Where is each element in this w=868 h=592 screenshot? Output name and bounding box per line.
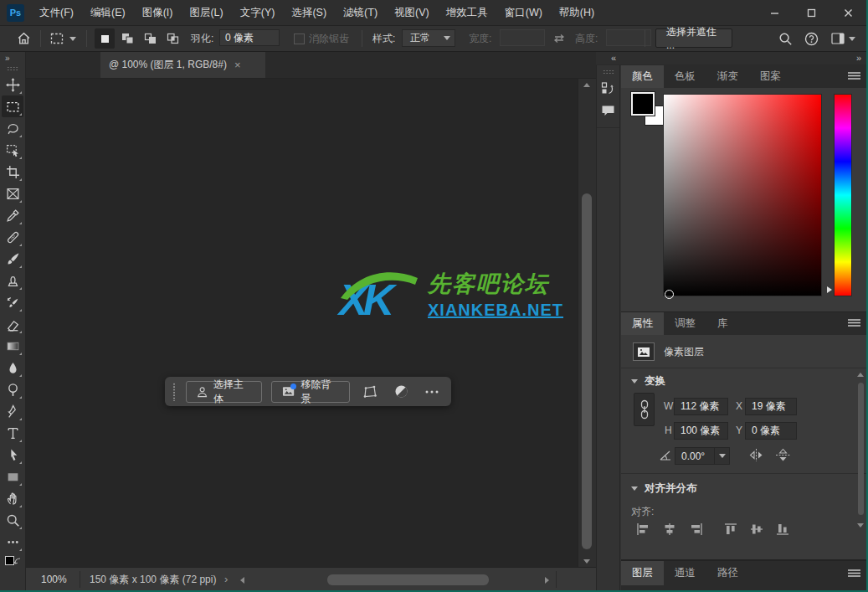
y-value-input[interactable] bbox=[745, 422, 797, 440]
tool-dodge[interactable] bbox=[2, 378, 23, 400]
tab-channels[interactable]: 通道 bbox=[664, 561, 706, 585]
swap-width-height-icon[interactable] bbox=[552, 33, 566, 44]
feather-input[interactable] bbox=[219, 29, 280, 46]
tool-rectangular-marquee[interactable] bbox=[2, 95, 23, 117]
taskbar-drag-handle[interactable] bbox=[172, 383, 177, 401]
tool-blur[interactable] bbox=[2, 357, 23, 378]
tab-swatches[interactable]: 色板 bbox=[664, 65, 706, 88]
tool-frame[interactable] bbox=[2, 183, 23, 204]
hue-slider[interactable] bbox=[834, 94, 852, 296]
comments-panel-icon[interactable] bbox=[597, 100, 619, 122]
menu-item-image[interactable]: 图像(I) bbox=[134, 0, 182, 25]
menu-item-select[interactable]: 选择(S) bbox=[283, 0, 335, 25]
scroll-left-arrow[interactable] bbox=[240, 577, 244, 584]
anti-alias-checkbox[interactable] bbox=[294, 33, 305, 44]
properties-scrollbar[interactable] bbox=[856, 371, 865, 538]
align-horizontal-center-icon[interactable] bbox=[661, 522, 678, 537]
align-distribute-section-header[interactable]: 对齐并分布 bbox=[631, 481, 697, 496]
canvas-vertical-scrollbar[interactable] bbox=[578, 79, 596, 568]
tab-patterns[interactable]: 图案 bbox=[749, 65, 792, 88]
tool-edit-toolbar[interactable] bbox=[2, 531, 23, 553]
x-value-input[interactable] bbox=[745, 398, 797, 415]
align-left-icon[interactable] bbox=[635, 522, 652, 537]
tool-brush[interactable] bbox=[2, 248, 23, 270]
tool-clone-stamp[interactable] bbox=[2, 270, 23, 291]
tab-paths[interactable]: 路径 bbox=[706, 561, 749, 585]
color-picker-cursor[interactable] bbox=[665, 290, 674, 299]
properties-scrollbar-thumb[interactable] bbox=[858, 383, 864, 515]
tool-history-brush[interactable] bbox=[2, 291, 23, 313]
remove-background-button[interactable]: 移除背景 bbox=[271, 381, 350, 403]
dock-collapse-right-icon[interactable]: » bbox=[856, 53, 861, 63]
select-and-mask-button[interactable]: 选择并遮住 ... bbox=[655, 28, 732, 48]
width-input[interactable] bbox=[500, 29, 545, 46]
tab-properties[interactable]: 属性 bbox=[621, 312, 664, 335]
version-history-panel-icon[interactable] bbox=[597, 77, 619, 100]
taskbar-more-options-icon[interactable] bbox=[422, 390, 441, 394]
status-expand-icon[interactable]: › bbox=[224, 568, 228, 591]
transform-image-icon[interactable] bbox=[359, 385, 382, 399]
tool-rectangle-shape[interactable] bbox=[2, 466, 23, 487]
menu-item-plugins[interactable]: 增效工具 bbox=[438, 0, 496, 25]
close-button[interactable] bbox=[829, 0, 866, 25]
home-icon[interactable] bbox=[17, 32, 31, 45]
tool-zoom[interactable] bbox=[2, 509, 23, 531]
tool-gradient[interactable] bbox=[2, 335, 23, 357]
new-selection-mode-button[interactable] bbox=[95, 28, 115, 49]
menu-item-filter[interactable]: 滤镜(T) bbox=[335, 0, 386, 25]
menu-item-file[interactable]: 文件(F) bbox=[31, 0, 82, 25]
tool-healing-brush[interactable] bbox=[2, 226, 23, 248]
tool-move[interactable] bbox=[2, 74, 23, 95]
toolbar-expand-button[interactable]: » bbox=[0, 52, 25, 64]
menu-item-view[interactable]: 视图(V) bbox=[386, 0, 438, 25]
rotation-angle-input[interactable]: 0.00° bbox=[675, 447, 730, 465]
tool-object-selection[interactable] bbox=[2, 139, 23, 161]
menu-item-edit[interactable]: 编辑(E) bbox=[82, 0, 134, 25]
tool-type[interactable] bbox=[2, 422, 23, 444]
tab-layers[interactable]: 图层 bbox=[621, 561, 664, 585]
foreground-background-colors[interactable] bbox=[5, 556, 20, 568]
toolbar-grip[interactable] bbox=[7, 66, 18, 70]
flip-horizontal-icon[interactable] bbox=[748, 448, 764, 462]
chevron-down-icon[interactable] bbox=[714, 448, 729, 464]
minimize-button[interactable] bbox=[756, 0, 793, 25]
layers-panel-menu-icon[interactable] bbox=[848, 569, 860, 577]
align-top-icon[interactable] bbox=[722, 522, 739, 537]
menu-item-help[interactable]: 帮助(H) bbox=[551, 0, 603, 25]
select-subject-button[interactable]: 选择主体 bbox=[186, 381, 263, 403]
intersect-selection-mode-button[interactable] bbox=[162, 28, 182, 49]
horizontal-scrollbar-thumb[interactable] bbox=[327, 574, 489, 585]
saturation-brightness-field[interactable] bbox=[663, 94, 822, 296]
tool-path-selection[interactable] bbox=[2, 444, 23, 466]
document-tab[interactable]: @ 100% (图层 1, RGB/8#) × bbox=[100, 52, 265, 78]
adjustments-icon[interactable] bbox=[391, 384, 413, 399]
canvas[interactable]: XK 先客吧论坛 XIANKEBA.NET 选择主体 bbox=[26, 79, 578, 568]
tool-crop[interactable] bbox=[2, 161, 23, 183]
width-value-input[interactable] bbox=[674, 398, 728, 415]
zoom-level-field[interactable]: 100% bbox=[41, 568, 67, 591]
flip-vertical-icon[interactable] bbox=[775, 448, 791, 462]
height-value-input[interactable] bbox=[674, 422, 728, 440]
tab-gradients[interactable]: 渐变 bbox=[706, 65, 749, 88]
menu-item-layer[interactable]: 图层(L) bbox=[181, 0, 231, 25]
tool-eraser[interactable] bbox=[2, 313, 23, 335]
properties-panel-menu-icon[interactable] bbox=[848, 319, 860, 327]
search-icon[interactable] bbox=[778, 32, 793, 46]
workspace-switcher[interactable] bbox=[831, 33, 855, 44]
tool-pen[interactable] bbox=[2, 400, 23, 422]
constrain-proportions-link[interactable] bbox=[634, 393, 655, 426]
scroll-up-arrow[interactable] bbox=[857, 373, 864, 377]
scroll-down-arrow[interactable] bbox=[583, 559, 590, 564]
tool-preset-picker[interactable] bbox=[50, 33, 76, 44]
align-vertical-center-icon[interactable] bbox=[748, 522, 765, 537]
maximize-button[interactable] bbox=[793, 0, 829, 25]
transform-section-header[interactable]: 变换 bbox=[631, 374, 665, 389]
style-select[interactable]: 正常 bbox=[402, 29, 455, 47]
tab-adjustments[interactable]: 调整 bbox=[664, 312, 706, 335]
scroll-up-arrow[interactable] bbox=[583, 83, 590, 87]
scroll-down-arrow[interactable] bbox=[857, 523, 864, 528]
tab-close-icon[interactable]: × bbox=[234, 59, 241, 71]
strip-grip[interactable] bbox=[603, 69, 614, 74]
subtract-from-selection-mode-button[interactable] bbox=[140, 28, 160, 49]
tool-eyedropper[interactable] bbox=[2, 204, 23, 226]
